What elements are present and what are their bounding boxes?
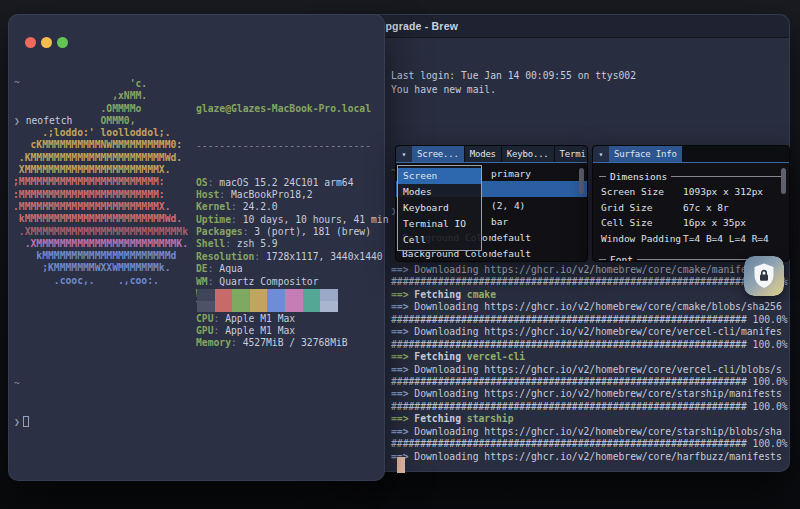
tab-surface-info[interactable]: Surface Info bbox=[609, 146, 682, 162]
surface-info-row: Window PaddingT=4 B=4 L=4 R=4 bbox=[593, 231, 789, 247]
inspector-surface-panel[interactable]: ▾ Surface Info Dimensions Screen Size109… bbox=[592, 145, 790, 262]
inspector-tab[interactable]: Modes bbox=[465, 146, 501, 162]
palette-swatch bbox=[232, 301, 250, 313]
inspector-tabs: Scree...ModesKeybo...Termi...Cell bbox=[412, 146, 587, 162]
text-segment: Fetching bbox=[414, 413, 467, 424]
window-menu-icon[interactable]: ▾ bbox=[593, 146, 609, 162]
ascii-art-line: cKMMMMMMMMMMNWMMMMMMMMMM0: bbox=[13, 139, 188, 151]
text-segment: Quartz Compositor bbox=[219, 276, 318, 287]
ascii-art-line: .;loddo:' loolloddol;. bbox=[13, 127, 188, 139]
close-button-icon[interactable] bbox=[25, 37, 36, 48]
traffic-lights bbox=[25, 37, 68, 48]
palette-swatch bbox=[250, 289, 268, 301]
scrollbar-thumb[interactable] bbox=[579, 168, 584, 194]
palette-swatch bbox=[215, 289, 233, 301]
section-title: Dimensions bbox=[610, 171, 667, 182]
inspector-tab[interactable]: Scree... bbox=[412, 146, 464, 162]
inspector-tab[interactable]: Keybo... bbox=[502, 146, 554, 162]
surface-info-row: Cell Size16px x 35px bbox=[593, 215, 789, 231]
terminal-line: ########################################… bbox=[391, 339, 788, 351]
system-info-line: Shell: zsh 5.9 bbox=[196, 238, 388, 250]
system-info-line: Memory: 4527MiB / 32768MiB bbox=[196, 337, 388, 349]
separator-line bbox=[599, 259, 606, 260]
terminal-line: ########################################… bbox=[391, 376, 788, 388]
text-segment: WM bbox=[196, 276, 208, 287]
topgrade-titlebar[interactable]: Topgrade - Brew bbox=[348, 15, 789, 38]
lock-badge-icon[interactable] bbox=[744, 256, 784, 296]
minimize-button-icon[interactable] bbox=[41, 37, 52, 48]
ascii-art-line: ;KMMMMMMMWXXWMMMMMMMk. bbox=[13, 262, 188, 274]
text-segment: Apple M1 Max bbox=[225, 325, 295, 336]
cursor-hollow bbox=[23, 416, 29, 427]
text-segment: 10 days, 10 hours, 41 min bbox=[243, 214, 389, 225]
neofetch-user-host: glaze@Glazes-MacBook-Pro.local bbox=[196, 103, 388, 115]
text-segment: ########################################… bbox=[391, 401, 788, 412]
text-segment: ########################################… bbox=[391, 339, 788, 350]
terminal-line: ==> Fetching starship bbox=[391, 413, 788, 425]
inspector-tabbar: ▾ Surface Info bbox=[593, 146, 789, 163]
text-segment: ==> bbox=[391, 289, 414, 300]
separator-line bbox=[599, 176, 606, 177]
inspector-tab[interactable]: Termi... bbox=[555, 146, 587, 162]
text-segment: ==> bbox=[391, 364, 414, 375]
system-info-fields: OS: macOS 15.2 24C101 arm64Host: MacBook… bbox=[196, 177, 388, 350]
text-segment: 24.2.0 bbox=[243, 201, 278, 212]
prompt-cwd-line: ~ bbox=[14, 378, 49, 391]
text-segment: CPU bbox=[196, 313, 214, 324]
text-segment: starship bbox=[467, 413, 514, 424]
text-segment: MacBookPro18,2 bbox=[231, 189, 313, 200]
dropdown-item[interactable]: Keyboard bbox=[398, 200, 481, 216]
text-segment: : bbox=[208, 276, 220, 287]
text-segment: : bbox=[208, 177, 220, 188]
ascii-art-line: XMMMMMMMMMMMMMMMMMMMMMMMX. bbox=[13, 164, 188, 176]
surface-info-row: Grid Size67c x 8r bbox=[593, 200, 789, 216]
terminal-line: ########################################… bbox=[391, 438, 788, 450]
text-segment: ==> bbox=[391, 426, 414, 437]
text-segment: Fetching bbox=[414, 289, 467, 300]
text-segment: : bbox=[225, 238, 237, 249]
window-menu-icon[interactable]: ▾ bbox=[396, 146, 412, 162]
palette-swatch bbox=[197, 289, 215, 301]
system-info-line: DE: Aqua bbox=[196, 263, 388, 275]
dropdown-items: ScreenModesKeyboardTerminal IOCell bbox=[398, 168, 481, 248]
system-info-line: Packages: 3 (port), 181 (brew) bbox=[196, 226, 388, 238]
text-segment: ==> bbox=[391, 351, 414, 362]
dimensions-table: Screen Size1093px x 312pxGrid Size67c x … bbox=[593, 184, 789, 246]
shield-lock-icon bbox=[744, 256, 784, 296]
screen-dropdown[interactable]: ScreenModesKeyboardTerminal IOCell bbox=[397, 165, 482, 251]
palette-swatch bbox=[320, 289, 338, 301]
palette-swatch bbox=[285, 301, 303, 313]
dropdown-item[interactable]: Terminal IO bbox=[398, 216, 481, 232]
text-segment: : bbox=[214, 325, 226, 336]
row-value: 1093px x 312px bbox=[683, 186, 763, 197]
text-segment: : bbox=[208, 263, 220, 274]
surface-info-row: Screen Size1093px x 312px bbox=[593, 184, 789, 200]
ascii-art-line: .XMMMMMMMMMMMMMMMMMMMMMMMMMMk bbox=[13, 226, 188, 238]
ascii-art-line: 'c. bbox=[13, 78, 188, 90]
text-segment: ==> bbox=[391, 413, 414, 424]
text-segment: ==> bbox=[391, 301, 414, 312]
text-segment: : bbox=[243, 226, 255, 237]
dropdown-item[interactable]: Modes bbox=[398, 184, 481, 200]
text-segment: ==> bbox=[391, 388, 414, 399]
text-segment: 4527MiB / 32768MiB bbox=[243, 337, 348, 348]
terminal-line: ==> Downloading https://ghcr.io/v2/homeb… bbox=[391, 301, 788, 313]
text-segment: OS bbox=[196, 177, 208, 188]
system-info-line: OS: macOS 15.2 24C101 arm64 bbox=[196, 177, 388, 189]
dropdown-item[interactable]: Cell bbox=[398, 232, 481, 248]
dropdown-item[interactable]: Screen bbox=[398, 168, 481, 184]
terminal-block-cursor bbox=[397, 457, 405, 473]
inspector-screen-panel[interactable]: ▾ Scree...ModesKeybo...Termi...Cell prim… bbox=[395, 145, 588, 262]
text-segment: Downloading https://ghcr.io/v2/homebrew/… bbox=[414, 388, 781, 399]
scrollbar-thumb[interactable] bbox=[781, 168, 786, 194]
text-segment: Uptime bbox=[196, 214, 231, 225]
neofetch-terminal-window[interactable]: ~ ❯ neofetch 'c. ,xNMM. .OMMMMo OMMM0, .… bbox=[8, 14, 385, 481]
login-message-lines: Last login: Tue Jan 14 00:09:55 on ttys0… bbox=[391, 69, 786, 96]
inspector-tabbar: ▾ Scree...ModesKeybo...Termi...Cell bbox=[396, 146, 587, 163]
terminal-line: ########################################… bbox=[391, 314, 788, 326]
palette-row bbox=[197, 301, 338, 313]
terminal-line: ==> Downloading https://ghcr.io/v2/homeb… bbox=[391, 264, 788, 276]
separator-line bbox=[671, 176, 781, 177]
apple-ascii-logo: 'c. ,xNMM. .OMMMMo OMMM0, .;loddo:' lool… bbox=[13, 78, 188, 287]
zoom-button-icon[interactable] bbox=[57, 37, 68, 48]
